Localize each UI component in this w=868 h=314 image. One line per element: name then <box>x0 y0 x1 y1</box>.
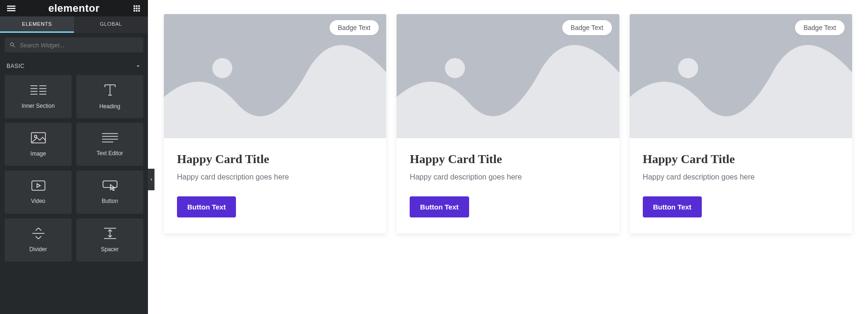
svg-rect-10 <box>136 10 137 11</box>
widget-label: Video <box>31 198 45 204</box>
search-icon <box>9 42 16 48</box>
card-badge: Badge Text <box>795 20 845 35</box>
widget-group-basic[interactable]: BASIC <box>0 57 148 75</box>
svg-rect-3 <box>133 5 135 7</box>
svg-rect-4 <box>136 5 137 7</box>
cards-row: Badge Text Happy Card Title Happy card d… <box>164 14 852 233</box>
tab-elements[interactable]: ELEMENTS <box>0 16 74 33</box>
divider-icon <box>31 228 45 240</box>
widget-label: Inner Section <box>22 103 55 109</box>
svg-rect-0 <box>7 6 15 7</box>
card-title: Happy Card Title <box>410 152 606 166</box>
menu-icon <box>7 4 15 13</box>
spacer-icon <box>103 228 117 240</box>
svg-point-26 <box>34 135 37 137</box>
card-title: Happy Card Title <box>643 152 839 166</box>
widget-divider[interactable]: Divider <box>5 218 72 262</box>
search-field[interactable] <box>5 37 143 52</box>
widget-image[interactable]: Image <box>5 123 72 166</box>
card-image-area: Badge Text <box>630 14 852 138</box>
svg-rect-7 <box>136 7 137 9</box>
widget-video[interactable]: Video <box>5 171 72 214</box>
editor-sidebar: elementor ELEMENTS GLOBAL BASIC <box>0 0 148 314</box>
apps-grid-button[interactable] <box>130 2 143 15</box>
svg-point-40 <box>212 58 232 78</box>
card-body: Happy Card Title Happy card description … <box>630 138 852 233</box>
video-icon <box>31 180 45 192</box>
group-label: BASIC <box>7 63 25 69</box>
card-button[interactable]: Button Text <box>410 196 469 217</box>
svg-rect-31 <box>32 181 45 190</box>
button-icon <box>103 180 118 192</box>
chevron-down-icon <box>135 63 141 69</box>
search-container <box>0 33 148 57</box>
widget-label: Text Editor <box>96 150 123 157</box>
sidebar-tabs: ELEMENTS GLOBAL <box>0 16 148 33</box>
happy-card[interactable]: Badge Text Happy Card Title Happy card d… <box>164 14 386 233</box>
widget-button[interactable]: Button <box>76 171 143 214</box>
widget-grid: Inner Section Heading <box>0 75 148 266</box>
card-image-area: Badge Text <box>397 14 619 138</box>
happy-card[interactable]: Badge Text Happy Card Title Happy card d… <box>397 14 619 233</box>
widget-text-editor[interactable]: Text Editor <box>76 123 143 166</box>
card-description: Happy card description goes here <box>177 173 373 181</box>
hamburger-menu-button[interactable] <box>5 2 18 15</box>
svg-rect-9 <box>133 10 135 11</box>
svg-marker-32 <box>37 184 40 187</box>
widget-heading[interactable]: Heading <box>76 75 143 118</box>
inner-section-icon <box>30 84 46 97</box>
widget-label: Image <box>30 150 46 157</box>
card-button[interactable]: Button Text <box>643 196 702 217</box>
widget-label: Divider <box>29 246 47 253</box>
tab-global[interactable]: GLOBAL <box>74 16 148 33</box>
sidebar-collapse-handle[interactable] <box>148 169 154 190</box>
apps-grid-icon <box>133 5 140 12</box>
svg-rect-11 <box>138 10 140 11</box>
happy-card[interactable]: Badge Text Happy Card Title Happy card d… <box>630 14 852 233</box>
chevron-left-icon <box>149 177 154 182</box>
card-badge: Badge Text <box>330 20 379 35</box>
svg-rect-8 <box>138 7 140 9</box>
card-body: Happy Card Title Happy card description … <box>164 138 386 233</box>
search-input[interactable] <box>20 42 139 49</box>
card-description: Happy card description goes here <box>410 173 606 181</box>
svg-rect-5 <box>138 5 140 7</box>
widget-spacer[interactable]: Spacer <box>76 218 143 262</box>
sidebar-header: elementor <box>0 0 148 16</box>
card-body: Happy Card Title Happy card description … <box>397 138 619 233</box>
svg-rect-1 <box>7 7 15 8</box>
svg-rect-2 <box>7 10 15 11</box>
svg-point-42 <box>445 58 465 78</box>
widget-label: Heading <box>99 103 120 110</box>
widget-label: Spacer <box>101 246 118 253</box>
svg-point-44 <box>678 58 698 78</box>
heading-icon <box>103 84 117 97</box>
card-title: Happy Card Title <box>177 152 373 166</box>
svg-rect-33 <box>103 181 117 187</box>
preview-canvas[interactable]: Badge Text Happy Card Title Happy card d… <box>148 0 868 314</box>
brand-logo: elementor <box>48 2 100 15</box>
svg-rect-6 <box>133 7 135 9</box>
card-description: Happy card description goes here <box>643 173 839 181</box>
text-editor-icon <box>102 133 118 144</box>
widget-inner-section[interactable]: Inner Section <box>5 75 72 118</box>
widget-label: Button <box>102 198 118 204</box>
image-icon <box>31 132 46 145</box>
card-badge: Badge Text <box>562 20 612 35</box>
card-image-area: Badge Text <box>164 14 386 138</box>
card-button[interactable]: Button Text <box>177 196 236 217</box>
